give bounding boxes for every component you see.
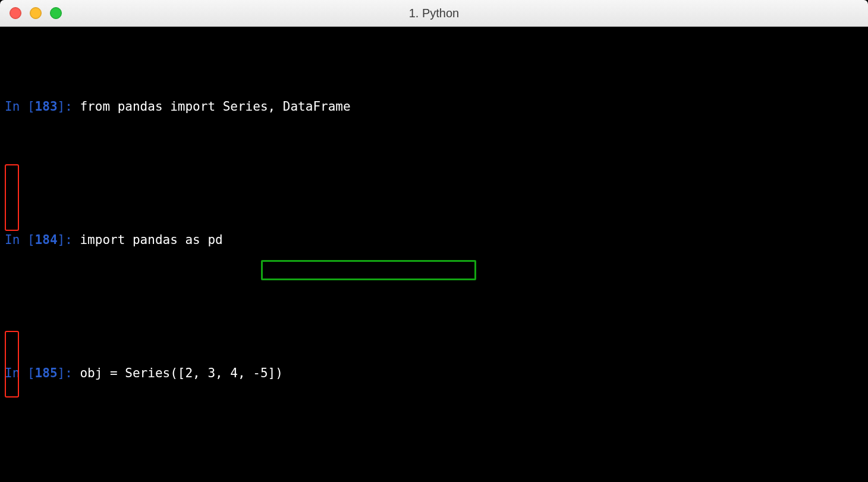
annotation-red-box-2 (5, 331, 19, 398)
prompt-number: 183 (35, 99, 58, 114)
code-line: In [185]: obj = Series([2, 3, 4, -5]) (5, 365, 863, 381)
code-line: In [183]: from pandas import Series, Dat… (5, 98, 863, 115)
in-label: In (5, 99, 27, 114)
blank-line (5, 148, 863, 165)
window-title: 1. Python (0, 7, 868, 20)
annotation-red-box-1 (5, 164, 19, 231)
annotation-green-box (261, 260, 476, 280)
traffic-lights (10, 7, 62, 19)
code-text: import pandas as pd (80, 233, 222, 247)
close-icon[interactable] (10, 7, 21, 19)
zoom-icon[interactable] (50, 7, 62, 19)
code-line: In [184]: import pandas as pd (5, 231, 863, 248)
code-text: obj = Series([2, 3, 4, -5]) (80, 366, 282, 380)
minimize-icon[interactable] (30, 7, 42, 19)
terminal[interactable]: In [183]: from pandas import Series, Dat… (0, 27, 868, 482)
code-text: from pandas import Series, DataFrame (80, 99, 350, 114)
window-titlebar: 1. Python (0, 0, 868, 27)
